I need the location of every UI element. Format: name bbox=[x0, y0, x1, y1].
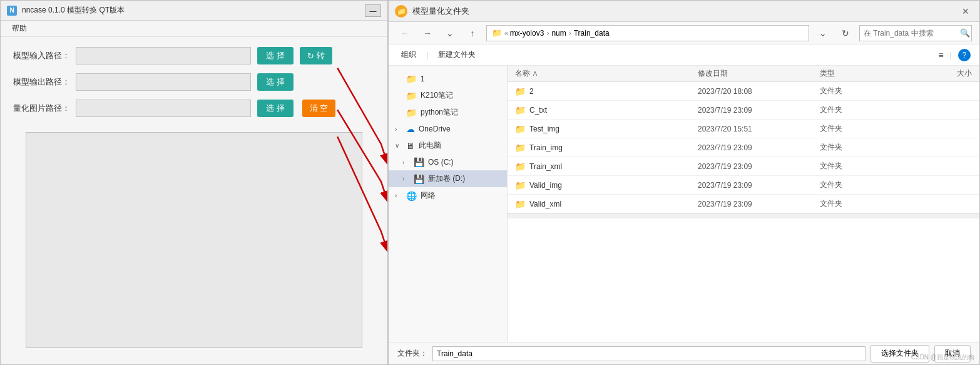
nav-label-network: 网络 bbox=[421, 190, 501, 201]
breadcrumb-part1: « mx-yolov3 bbox=[504, 29, 544, 38]
nav-item-network[interactable]: › 🌐 网络 bbox=[389, 187, 507, 204]
address-bar[interactable]: 📁 « mx-yolov3 › num › Train_data bbox=[486, 25, 809, 41]
col-header-name[interactable]: 名称 ∧ bbox=[515, 68, 698, 79]
search-input[interactable] bbox=[864, 29, 957, 38]
file-row-5[interactable]: 📁 Valid_img 2023/7/19 23:09 文件夹 bbox=[508, 176, 979, 195]
forward-button[interactable]: → bbox=[419, 25, 436, 41]
expand-icon-onedrive: › bbox=[395, 126, 402, 133]
nav-label-os: OS (C:) bbox=[428, 158, 501, 167]
nav-panel: 📁 1 📁 K210笔记 📁 python笔记 › ☁ OneDrive ∨ 🖥 bbox=[389, 66, 508, 342]
nav-label-thispc: 此电脑 bbox=[419, 140, 501, 151]
view-sep: | bbox=[950, 50, 952, 59]
address-bar-row: ← → ⌄ ↑ 📁 « mx-yolov3 › num › Train_data… bbox=[389, 22, 979, 44]
view-options-button[interactable]: ≡ bbox=[938, 50, 943, 60]
file-name-6: 📁 Valid_xml bbox=[515, 199, 698, 209]
model-input-field[interactable] bbox=[76, 47, 251, 64]
model-output-label: 模型输出路径： bbox=[13, 76, 69, 88]
folder-icon-python: 📁 bbox=[406, 108, 417, 118]
model-output-select-button[interactable]: 选 择 bbox=[257, 73, 293, 91]
folder-label: 文件夹： bbox=[397, 348, 427, 359]
back-button[interactable]: ← bbox=[396, 25, 414, 41]
horizontal-scrollbar[interactable] bbox=[508, 213, 979, 218]
col-header-size[interactable]: 大小 bbox=[911, 68, 972, 79]
folder-input[interactable] bbox=[432, 346, 865, 361]
nav-item-newvol[interactable]: › 💾 新加卷 (D:) bbox=[389, 170, 507, 187]
left-content: 模型输入路径： 选 择 ↻ 转 模型输出路径： 选 择 量化图片路径： 选 择 … bbox=[1, 37, 387, 364]
help-button[interactable]: ? bbox=[958, 49, 971, 61]
file-row-0[interactable]: 📁 2 2023/7/20 18:08 文件夹 bbox=[508, 82, 979, 101]
nav-label-1: 1 bbox=[421, 75, 501, 83]
nav-item-osdrive[interactable]: › 💾 OS (C:) bbox=[389, 154, 507, 170]
folder-icon bbox=[395, 5, 407, 18]
quant-img-row: 量化图片路径： 选 择 清 空 bbox=[13, 100, 375, 117]
nav-item-k210[interactable]: 📁 K210笔记 bbox=[389, 87, 507, 104]
breadcrumb-item2[interactable]: num bbox=[551, 29, 566, 38]
nav-item-thispc[interactable]: ∨ 🖥 此电脑 bbox=[389, 137, 507, 154]
file-list-header: 名称 ∧ 修改日期 类型 大小 bbox=[508, 66, 979, 82]
right-window: 模型量化文件夹 ✕ ← → ⌄ ↑ 📁 « mx-yolov3 › num › … bbox=[388, 0, 980, 365]
refresh-button[interactable]: ↻ bbox=[837, 25, 854, 41]
file-type-0: 文件夹 bbox=[820, 86, 911, 96]
file-type-3: 文件夹 bbox=[820, 142, 911, 153]
nav-label-k210: K210笔记 bbox=[421, 90, 501, 101]
col-header-type[interactable]: 类型 bbox=[820, 68, 911, 79]
expand-icon-newvol: › bbox=[402, 175, 410, 182]
folder-icon-row2: 📁 bbox=[515, 124, 526, 134]
file-date-1: 2023/7/19 23:09 bbox=[698, 106, 820, 115]
up-button[interactable]: ↑ bbox=[464, 25, 481, 41]
model-input-select-button[interactable]: 选 择 bbox=[257, 47, 293, 64]
breadcrumb-item1[interactable]: mx-yolov3 bbox=[510, 29, 544, 38]
nav-item-python[interactable]: 📁 python笔记 bbox=[389, 104, 507, 121]
folder-icon-thispc: 🖥 bbox=[406, 141, 415, 151]
file-date-3: 2023/7/19 23:09 bbox=[698, 143, 820, 152]
quant-img-select-button[interactable]: 选 择 bbox=[257, 100, 293, 117]
organize-button[interactable]: 组织 bbox=[397, 48, 420, 61]
bottom-bar: 文件夹： 选择文件夹 取消 bbox=[389, 342, 979, 364]
new-folder-button[interactable]: 新建文件夹 bbox=[434, 48, 479, 61]
expand-icon-os: › bbox=[402, 159, 410, 166]
left-titlebar: N nncase 0.1.0 模型转换 QT版本 — bbox=[1, 1, 387, 21]
close-button[interactable]: ✕ bbox=[958, 4, 973, 19]
convert-icon: ↻ bbox=[307, 51, 314, 61]
minimize-button[interactable]: — bbox=[365, 4, 381, 17]
file-row-1[interactable]: 📁 C_txt 2023/7/19 23:09 文件夹 bbox=[508, 101, 979, 120]
nav-item-1[interactable]: 📁 1 bbox=[389, 71, 507, 87]
main-content: 📁 1 📁 K210笔记 📁 python笔记 › ☁ OneDrive ∨ 🖥 bbox=[389, 66, 979, 342]
nav-item-onedrive[interactable]: › ☁ OneDrive bbox=[389, 121, 507, 137]
file-row-2[interactable]: 📁 Test_img 2023/7/20 15:51 文件夹 bbox=[508, 120, 979, 138]
model-input-label: 模型输入路径： bbox=[13, 50, 69, 61]
file-row-4[interactable]: 📁 Train_xml 2023/7/19 23:09 文件夹 bbox=[508, 157, 979, 176]
folder-icon-network: 🌐 bbox=[406, 191, 417, 201]
quant-img-field[interactable] bbox=[76, 100, 251, 117]
file-date-2: 2023/7/20 15:51 bbox=[698, 125, 820, 133]
search-icon: 🔍 bbox=[960, 28, 970, 38]
model-input-row: 模型输入路径： 选 择 ↻ 转 bbox=[13, 47, 375, 64]
file-name-4: 📁 Train_xml bbox=[515, 162, 698, 172]
file-row-6[interactable]: 📁 Valid_xml 2023/7/19 23:09 文件夹 bbox=[508, 195, 979, 213]
file-name-0: 📁 2 bbox=[515, 86, 698, 96]
nav-label-onedrive: OneDrive bbox=[419, 125, 501, 133]
folder-icon-row1: 📁 bbox=[515, 105, 526, 115]
toolbar-sep: | bbox=[426, 50, 428, 59]
file-name-1: 📁 C_txt bbox=[515, 105, 698, 115]
convert-button[interactable]: ↻ 转 bbox=[300, 47, 332, 64]
model-output-field[interactable] bbox=[76, 73, 251, 91]
left-window: N nncase 0.1.0 模型转换 QT版本 — 帮助 模型输入路径： 选 … bbox=[0, 0, 388, 365]
expand-icon-thispc: ∨ bbox=[395, 142, 402, 149]
breadcrumb-item3[interactable]: Train_data bbox=[574, 29, 610, 38]
folder-icon-os: 💾 bbox=[414, 157, 424, 167]
dropdown-button[interactable]: ⌄ bbox=[814, 25, 832, 41]
file-row-3[interactable]: 📁 Train_img 2023/7/19 23:09 文件夹 bbox=[508, 138, 979, 157]
file-type-2: 文件夹 bbox=[820, 123, 911, 134]
folder-icon-onedrive: ☁ bbox=[406, 124, 415, 134]
clear-button[interactable]: 清 空 bbox=[302, 100, 336, 117]
menu-help[interactable]: 帮助 bbox=[7, 22, 32, 35]
expand-button[interactable]: ⌄ bbox=[441, 25, 459, 41]
toolbar2: 组织 | 新建文件夹 ≡ | ? bbox=[389, 44, 979, 66]
titlebar-controls: — bbox=[365, 4, 381, 17]
file-list: 名称 ∧ 修改日期 类型 大小 📁 2 2023/7/20 18:08 文件夹 … bbox=[508, 66, 979, 342]
app-icon: N bbox=[7, 6, 17, 16]
folder-icon-1: 📁 bbox=[406, 74, 417, 84]
file-name-2: 📁 Test_img bbox=[515, 124, 698, 134]
col-header-date[interactable]: 修改日期 bbox=[698, 68, 820, 79]
